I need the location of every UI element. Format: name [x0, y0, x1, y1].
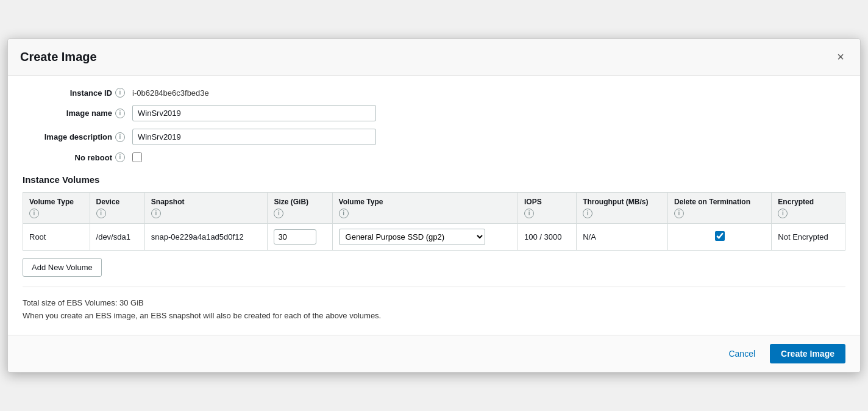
th-snapshot: Snapshot i [144, 193, 268, 224]
divider [23, 287, 845, 287]
volumes-table: Volume Type i Device i Snapshot i [23, 192, 845, 251]
info-text-line1: Total size of EBS Volumes: 30 GiB [23, 297, 845, 310]
create-image-button[interactable]: Create Image [770, 344, 845, 363]
image-description-input[interactable] [132, 129, 376, 145]
no-reboot-label: No reboot i [23, 152, 132, 162]
th-throughput: Throughput (MB/s) i [577, 193, 668, 224]
info-text-line2: When you create an EBS image, an EBS sna… [23, 310, 845, 323]
cell-size [268, 224, 332, 251]
th-size: Size (GiB) i [268, 193, 332, 224]
no-reboot-info-icon[interactable]: i [115, 152, 125, 162]
cell-encrypted: Not Encrypted [772, 224, 845, 251]
cell-device: /dev/sda1 [90, 224, 144, 251]
cancel-button[interactable]: Cancel [721, 345, 763, 363]
image-name-info-icon[interactable]: i [115, 109, 125, 118]
th-device-info-icon[interactable]: i [96, 209, 106, 218]
image-name-row: Image name i [23, 105, 845, 121]
dialog-title: Create Image [20, 50, 97, 64]
dialog-footer: Cancel Create Image [8, 335, 860, 372]
table-row: Root /dev/sda1 snap-0e229a4a1ad5d0f12 Ge… [23, 224, 845, 251]
image-name-input[interactable] [132, 105, 376, 121]
instance-id-row: Instance ID i i-0b6284be6c3fbed3e [23, 88, 845, 98]
size-input[interactable] [274, 229, 316, 245]
th-volume-type-info-icon[interactable]: i [29, 209, 39, 218]
dialog-header: Create Image × [8, 39, 860, 76]
image-description-info-icon[interactable]: i [115, 132, 125, 142]
dialog-body: Instance ID i i-0b6284be6c3fbed3e Image … [8, 76, 860, 335]
th-volume-type-col-info-icon[interactable]: i [339, 209, 349, 218]
info-text: Total size of EBS Volumes: 30 GiB When y… [23, 297, 845, 323]
cell-volume-type: Root [23, 224, 90, 251]
th-delete-on-termination: Delete on Termination i [667, 193, 771, 224]
th-device: Device i [90, 193, 144, 224]
instance-id-label: Instance ID i [23, 88, 132, 98]
th-encrypted-info-icon[interactable]: i [778, 209, 788, 218]
cell-throughput: N/A [577, 224, 668, 251]
delete-on-termination-checkbox[interactable] [715, 231, 725, 241]
cell-volume-type-value: General Purpose SSD (gp2) General Purpos… [332, 224, 518, 251]
cell-delete-on-termination [667, 224, 771, 251]
no-reboot-checkbox[interactable] [132, 152, 142, 162]
th-iops-info-icon[interactable]: i [524, 209, 534, 218]
th-volume-type: Volume Type i [23, 193, 90, 224]
th-size-info-icon[interactable]: i [274, 209, 283, 218]
th-throughput-info-icon[interactable]: i [583, 209, 592, 218]
th-volume-type-col: Volume Type i [332, 193, 518, 224]
th-delete-info-icon[interactable]: i [674, 209, 684, 218]
image-description-row: Image description i [23, 129, 845, 145]
instance-id-value: i-0b6284be6c3fbed3e [132, 88, 209, 98]
add-new-volume-button[interactable]: Add New Volume [23, 258, 102, 277]
cell-snapshot: snap-0e229a4a1ad5d0f12 [144, 224, 268, 251]
th-iops: IOPS i [518, 193, 577, 224]
table-header-row: Volume Type i Device i Snapshot i [23, 193, 845, 224]
th-snapshot-info-icon[interactable]: i [151, 209, 161, 218]
image-name-label: Image name i [23, 109, 132, 118]
form-section: Instance ID i i-0b6284be6c3fbed3e Image … [23, 88, 845, 162]
instance-id-info-icon[interactable]: i [115, 88, 125, 98]
close-button[interactable]: × [833, 49, 848, 65]
image-description-label: Image description i [23, 132, 132, 142]
th-encrypted: Encrypted i [772, 193, 845, 224]
no-reboot-row: No reboot i [23, 152, 845, 162]
cell-iops: 100 / 3000 [518, 224, 577, 251]
volumes-section-title: Instance Volumes [23, 174, 845, 185]
create-image-dialog: Create Image × Instance ID i i-0b6284be6… [7, 38, 861, 373]
volume-type-select[interactable]: General Purpose SSD (gp2) General Purpos… [339, 229, 485, 245]
